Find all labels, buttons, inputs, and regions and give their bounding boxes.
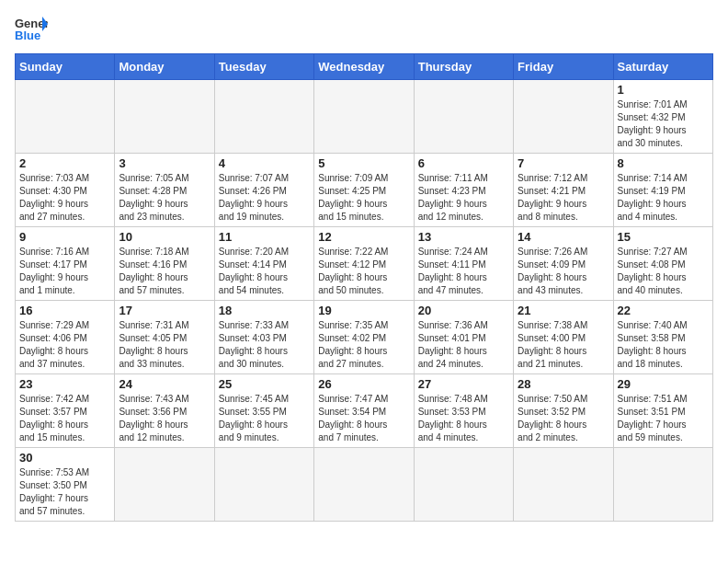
day-number: 13 <box>418 230 509 244</box>
day-info: Sunrise: 7:18 AM Sunset: 4:16 PM Dayligh… <box>119 246 210 297</box>
logo: General Blue <box>15 15 48 42</box>
day-number: 6 <box>418 156 509 170</box>
calendar-week-row: 30Sunrise: 7:53 AM Sunset: 3:50 PM Dayli… <box>16 448 713 522</box>
day-number: 15 <box>618 230 709 244</box>
calendar-day-cell: 11Sunrise: 7:20 AM Sunset: 4:14 PM Dayli… <box>214 227 313 301</box>
calendar-day-cell <box>613 448 712 522</box>
day-info: Sunrise: 7:40 AM Sunset: 3:58 PM Dayligh… <box>618 319 709 371</box>
weekday-header-cell: Thursday <box>414 54 513 80</box>
day-info: Sunrise: 7:24 AM Sunset: 4:11 PM Dayligh… <box>418 246 509 297</box>
day-number: 9 <box>19 230 110 244</box>
calendar-day-cell: 23Sunrise: 7:42 AM Sunset: 3:57 PM Dayli… <box>16 374 115 448</box>
day-info: Sunrise: 7:43 AM Sunset: 3:56 PM Dayligh… <box>119 393 210 444</box>
calendar-day-cell: 22Sunrise: 7:40 AM Sunset: 3:58 PM Dayli… <box>613 301 712 374</box>
calendar-day-cell: 21Sunrise: 7:38 AM Sunset: 4:00 PM Dayli… <box>514 301 613 374</box>
day-number: 1 <box>618 83 709 97</box>
calendar-day-cell: 26Sunrise: 7:47 AM Sunset: 3:54 PM Dayli… <box>314 374 414 448</box>
calendar: SundayMondayTuesdayWednesdayThursdayFrid… <box>15 53 713 522</box>
logo-icon: General Blue <box>15 15 48 42</box>
day-info: Sunrise: 7:11 AM Sunset: 4:23 PM Dayligh… <box>418 172 509 224</box>
weekday-header-cell: Monday <box>115 54 214 80</box>
calendar-day-cell: 24Sunrise: 7:43 AM Sunset: 3:56 PM Dayli… <box>115 374 214 448</box>
day-info: Sunrise: 7:01 AM Sunset: 4:32 PM Dayligh… <box>618 98 709 150</box>
calendar-day-cell: 8Sunrise: 7:14 AM Sunset: 4:19 PM Daylig… <box>613 154 712 227</box>
calendar-day-cell: 3Sunrise: 7:05 AM Sunset: 4:28 PM Daylig… <box>115 154 214 227</box>
calendar-day-cell <box>214 80 313 154</box>
calendar-day-cell: 19Sunrise: 7:35 AM Sunset: 4:02 PM Dayli… <box>314 301 414 374</box>
day-number: 2 <box>19 156 110 170</box>
calendar-day-cell: 28Sunrise: 7:50 AM Sunset: 3:52 PM Dayli… <box>514 374 613 448</box>
day-number: 30 <box>19 451 110 465</box>
calendar-day-cell: 27Sunrise: 7:48 AM Sunset: 3:53 PM Dayli… <box>414 374 513 448</box>
day-number: 17 <box>119 304 210 317</box>
day-number: 29 <box>618 377 709 391</box>
weekday-header-cell: Wednesday <box>314 54 414 80</box>
calendar-day-cell: 6Sunrise: 7:11 AM Sunset: 4:23 PM Daylig… <box>414 154 513 227</box>
day-info: Sunrise: 7:33 AM Sunset: 4:03 PM Dayligh… <box>219 319 310 371</box>
calendar-day-cell <box>514 80 613 154</box>
day-number: 11 <box>219 230 310 244</box>
calendar-week-row: 1Sunrise: 7:01 AM Sunset: 4:32 PM Daylig… <box>16 80 713 154</box>
calendar-day-cell: 17Sunrise: 7:31 AM Sunset: 4:05 PM Dayli… <box>115 301 214 374</box>
day-info: Sunrise: 7:51 AM Sunset: 3:51 PM Dayligh… <box>618 393 709 444</box>
day-info: Sunrise: 7:07 AM Sunset: 4:26 PM Dayligh… <box>219 172 310 224</box>
calendar-day-cell <box>514 448 613 522</box>
calendar-day-cell: 25Sunrise: 7:45 AM Sunset: 3:55 PM Dayli… <box>214 374 313 448</box>
calendar-body: 1Sunrise: 7:01 AM Sunset: 4:32 PM Daylig… <box>16 80 713 522</box>
calendar-day-cell: 30Sunrise: 7:53 AM Sunset: 3:50 PM Dayli… <box>16 448 115 522</box>
day-number: 19 <box>318 304 409 317</box>
day-info: Sunrise: 7:31 AM Sunset: 4:05 PM Dayligh… <box>119 319 210 371</box>
calendar-day-cell <box>314 448 414 522</box>
day-number: 22 <box>618 304 709 317</box>
calendar-day-cell: 9Sunrise: 7:16 AM Sunset: 4:17 PM Daylig… <box>16 227 115 301</box>
day-number: 27 <box>418 377 509 391</box>
calendar-day-cell <box>214 448 313 522</box>
day-info: Sunrise: 7:48 AM Sunset: 3:53 PM Dayligh… <box>418 393 509 444</box>
day-info: Sunrise: 7:53 AM Sunset: 3:50 PM Dayligh… <box>19 466 110 518</box>
day-info: Sunrise: 7:50 AM Sunset: 3:52 PM Dayligh… <box>518 393 609 444</box>
calendar-week-row: 2Sunrise: 7:03 AM Sunset: 4:30 PM Daylig… <box>16 154 713 227</box>
day-info: Sunrise: 7:09 AM Sunset: 4:25 PM Dayligh… <box>318 172 409 224</box>
day-number: 16 <box>19 304 110 317</box>
calendar-week-row: 9Sunrise: 7:16 AM Sunset: 4:17 PM Daylig… <box>16 227 713 301</box>
calendar-day-cell: 13Sunrise: 7:24 AM Sunset: 4:11 PM Dayli… <box>414 227 513 301</box>
day-number: 25 <box>219 377 310 391</box>
calendar-day-cell <box>414 80 513 154</box>
calendar-day-cell: 5Sunrise: 7:09 AM Sunset: 4:25 PM Daylig… <box>314 154 414 227</box>
calendar-day-cell <box>314 80 414 154</box>
calendar-day-cell: 18Sunrise: 7:33 AM Sunset: 4:03 PM Dayli… <box>214 301 313 374</box>
calendar-day-cell <box>115 80 214 154</box>
day-info: Sunrise: 7:20 AM Sunset: 4:14 PM Dayligh… <box>219 246 310 297</box>
day-number: 24 <box>119 377 210 391</box>
day-info: Sunrise: 7:47 AM Sunset: 3:54 PM Dayligh… <box>318 393 409 444</box>
day-number: 18 <box>219 304 310 317</box>
calendar-week-row: 16Sunrise: 7:29 AM Sunset: 4:06 PM Dayli… <box>16 301 713 374</box>
weekday-header-cell: Saturday <box>613 54 712 80</box>
day-info: Sunrise: 7:16 AM Sunset: 4:17 PM Dayligh… <box>19 246 110 297</box>
day-info: Sunrise: 7:27 AM Sunset: 4:08 PM Dayligh… <box>618 246 709 297</box>
calendar-day-cell: 16Sunrise: 7:29 AM Sunset: 4:06 PM Dayli… <box>16 301 115 374</box>
svg-text:Blue: Blue <box>15 29 40 42</box>
day-info: Sunrise: 7:14 AM Sunset: 4:19 PM Dayligh… <box>618 172 709 224</box>
calendar-day-cell <box>414 448 513 522</box>
weekday-header-cell: Friday <box>514 54 613 80</box>
weekday-header-cell: Tuesday <box>214 54 313 80</box>
day-info: Sunrise: 7:26 AM Sunset: 4:09 PM Dayligh… <box>518 246 609 297</box>
calendar-day-cell: 20Sunrise: 7:36 AM Sunset: 4:01 PM Dayli… <box>414 301 513 374</box>
calendar-day-cell: 12Sunrise: 7:22 AM Sunset: 4:12 PM Dayli… <box>314 227 414 301</box>
day-number: 23 <box>19 377 110 391</box>
day-info: Sunrise: 7:03 AM Sunset: 4:30 PM Dayligh… <box>19 172 110 224</box>
day-number: 8 <box>618 156 709 170</box>
day-info: Sunrise: 7:05 AM Sunset: 4:28 PM Dayligh… <box>119 172 210 224</box>
day-number: 26 <box>318 377 409 391</box>
day-number: 7 <box>518 156 609 170</box>
day-info: Sunrise: 7:29 AM Sunset: 4:06 PM Dayligh… <box>19 319 110 371</box>
weekday-header-cell: Sunday <box>16 54 115 80</box>
day-number: 21 <box>518 304 609 317</box>
day-number: 12 <box>318 230 409 244</box>
day-info: Sunrise: 7:36 AM Sunset: 4:01 PM Dayligh… <box>418 319 509 371</box>
day-number: 4 <box>219 156 310 170</box>
calendar-week-row: 23Sunrise: 7:42 AM Sunset: 3:57 PM Dayli… <box>16 374 713 448</box>
day-number: 14 <box>518 230 609 244</box>
header: General Blue <box>15 15 713 42</box>
